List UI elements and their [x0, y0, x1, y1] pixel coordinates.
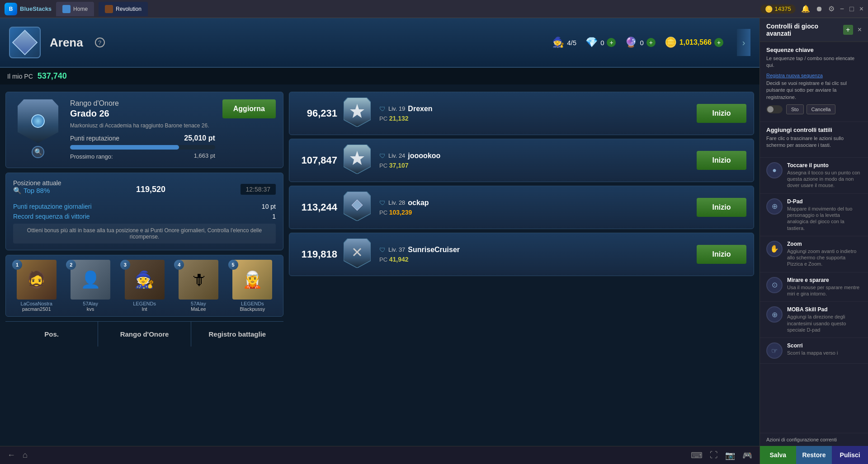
salva-button[interactable]: Salva: [760, 446, 796, 464]
keyboard-icon[interactable]: ⌨: [691, 450, 703, 460]
battle-level-1: 🛡 Liv. 19 Drexen: [379, 105, 690, 113]
char-name1-4: 57Alay: [191, 301, 206, 306]
level-text-1: Liv. 19: [388, 105, 405, 112]
pc-value-1: 21,132: [389, 115, 409, 122]
sequenze-desc: Le sequenze tap / combo sono elencate qu…: [766, 55, 862, 69]
char-item-5[interactable]: 5 🧝 LEGENDs Blackpussy: [226, 260, 278, 312]
bonus-text: Ottieni bonus più alti in base alla tua …: [13, 224, 276, 244]
ctrl-desc-3: Usa il mouse per sparare mentre miri e g…: [787, 284, 862, 297]
back-button[interactable]: ←: [7, 450, 15, 460]
close-button[interactable]: ×: [859, 5, 863, 13]
maximize-button[interactable]: □: [849, 5, 854, 13]
rank-info: Rango d'Onore Grado 26 Markoniusz di Acc…: [70, 99, 215, 160]
battle-level-3: 🛡 Liv. 28 ockap: [379, 199, 690, 207]
player-name-2: jooookoo: [408, 152, 440, 160]
tab-rango[interactable]: Rango d'Onore: [98, 322, 191, 347]
battle-level-2: 🛡 Liv. 24 jooookoo: [379, 152, 690, 160]
sequenze-title: Sequenze chiave: [766, 47, 862, 53]
bell-icon[interactable]: 🔔: [801, 5, 810, 13]
char-item-4[interactable]: 4 🗡 57Alay MaLee: [172, 260, 224, 312]
pc-row-3: PC 103,239: [379, 208, 690, 216]
ctrl-name-4: MOBA Skill Pad: [787, 306, 862, 313]
inizio-button-4[interactable]: Inizio: [697, 245, 746, 264]
battle-info-3: 🛡 Liv. 28 ockap PC 103,239: [379, 199, 690, 216]
char-item-3[interactable]: 3 🧙 LEGENDs Int: [118, 260, 170, 312]
battle-level-4: 🛡 Liv. 37 SunriseCruiser: [379, 246, 690, 254]
crystal-plus-button[interactable]: +: [607, 38, 616, 47]
char-item-1[interactable]: 1 🧔 LaCosaNostra pacman2501: [10, 260, 62, 312]
char-avatar-5: 🧝: [232, 260, 272, 300]
battle-info-4: 🛡 Liv. 37 SunriseCruiser PC 41,942: [379, 246, 690, 263]
sto-button[interactable]: Sto: [786, 104, 804, 114]
tab-pos[interactable]: Pos.: [5, 322, 98, 347]
ctrl-name-5: Scorri: [787, 342, 862, 349]
battle-score-2: 107,847: [297, 155, 337, 166]
home-taskbar-button[interactable]: ⌂: [23, 450, 28, 460]
gold-icon: 🪙: [665, 37, 677, 48]
restore-button[interactable]: Restore: [796, 446, 832, 464]
registra-link[interactable]: Registra nuova sequenza: [766, 73, 862, 78]
arena-diamond-icon: [12, 30, 38, 56]
battle-emblem-2: [344, 145, 373, 176]
inizio-button-1[interactable]: Inizio: [697, 104, 746, 123]
level-text-3: Liv. 28: [388, 199, 405, 206]
control-item-5[interactable]: ☞ Scorri Scorri la mappa verso i: [760, 338, 868, 364]
stamina-icon: 🧙: [552, 37, 564, 48]
game-panel: Arena ? 🧙 4/5 💎 0 + 🔮 0 +: [0, 18, 760, 464]
arena-logo: [9, 27, 41, 58]
gold-plus-button[interactable]: +: [714, 38, 723, 47]
control-item-3[interactable]: ⊙ Mirare e sparare Usa il mouse per spar…: [760, 272, 868, 302]
help-button[interactable]: ?: [95, 37, 105, 47]
pulisci-button[interactable]: Pulisci: [832, 446, 868, 464]
record-icon[interactable]: ⏺: [816, 5, 823, 13]
rank-card: 🔍 Rango d'Onore Grado 26 Markoniusz di A…: [5, 92, 283, 168]
settings-icon[interactable]: ⚙: [828, 5, 835, 13]
char-name1-1: LaCosaNostra: [21, 301, 52, 306]
char-item-2[interactable]: 2 👤 57Alay kvs: [64, 260, 116, 312]
fullscreen-icon[interactable]: ⛶: [710, 450, 718, 460]
my-pc-value: 537,740: [38, 71, 67, 81]
ctrl-name-2: Zoom: [787, 241, 862, 247]
sidebar-close-button[interactable]: ×: [858, 26, 862, 34]
inizio-button-3[interactable]: Inizio: [697, 198, 746, 217]
bluestacks-bar: B BlueStacks Home Revolution 🪙 14375 🔔 ⏺…: [0, 0, 868, 18]
toggle-switch[interactable]: [766, 105, 783, 113]
win-streak-label: Record sequenza di vittorie: [13, 213, 90, 220]
aggiorna-button[interactable]: Aggiorna: [222, 99, 276, 118]
control-item-2[interactable]: ✋ Zoom Aggiungi zoom avanti o indietro a…: [760, 236, 868, 272]
rank-label: Rango d'Onore: [70, 99, 215, 108]
minimize-button[interactable]: −: [840, 5, 844, 13]
pc-label-3: PC: [379, 209, 389, 216]
gems-plus-button[interactable]: +: [646, 38, 656, 47]
btn-row: Sto Cancella: [786, 104, 835, 114]
char-avatar-4: 🗡: [179, 260, 218, 300]
ctrl-name-1: D-Pad: [787, 198, 862, 205]
char-rank-badge-1: 1: [12, 260, 22, 270]
camera-icon[interactable]: 📷: [725, 450, 735, 460]
win-streak-row: Record sequenza di vittorie 1: [13, 213, 276, 220]
control-item-0[interactable]: ● Toccare il punto Assegna il tocco su u…: [760, 158, 868, 194]
emblem-shape: [18, 99, 58, 143]
tab-home-icon: [62, 5, 71, 13]
player-name-4: SunriseCruiser: [408, 246, 460, 254]
char-avatar-2: 👤: [71, 260, 110, 300]
cancella-button[interactable]: Cancella: [807, 104, 836, 114]
tab-home[interactable]: Home: [56, 2, 94, 16]
inizio-button-2[interactable]: Inizio: [697, 151, 746, 170]
expand-arrow[interactable]: ›: [737, 29, 750, 56]
gamepad-icon[interactable]: 🎮: [742, 450, 752, 460]
pc-row-1: PC 21,132: [379, 114, 690, 122]
pc-label-4: PC: [379, 256, 389, 263]
toggle-knob: [767, 106, 774, 112]
sidebar-add-button[interactable]: +: [843, 25, 853, 35]
rep-label: Punti reputazione: [70, 135, 119, 142]
control-item-4[interactable]: ⊕ MOBA Skill Pad Aggiungi la direzione d…: [760, 302, 868, 338]
control-item-1[interactable]: ⊕ D-Pad Mappare il movimento del tuo per…: [760, 194, 868, 236]
ctrl-desc-0: Assegna il tocco su un punto con questa …: [787, 169, 862, 189]
player-name-1: Drexen: [408, 105, 432, 113]
search-button[interactable]: 🔍: [32, 146, 44, 158]
tab-registro[interactable]: Registro battaglie: [191, 322, 283, 347]
tab-game[interactable]: Revolution: [99, 2, 148, 16]
my-pc-label: Il mio PC: [7, 73, 33, 80]
rep-bar-bg: [70, 145, 215, 150]
